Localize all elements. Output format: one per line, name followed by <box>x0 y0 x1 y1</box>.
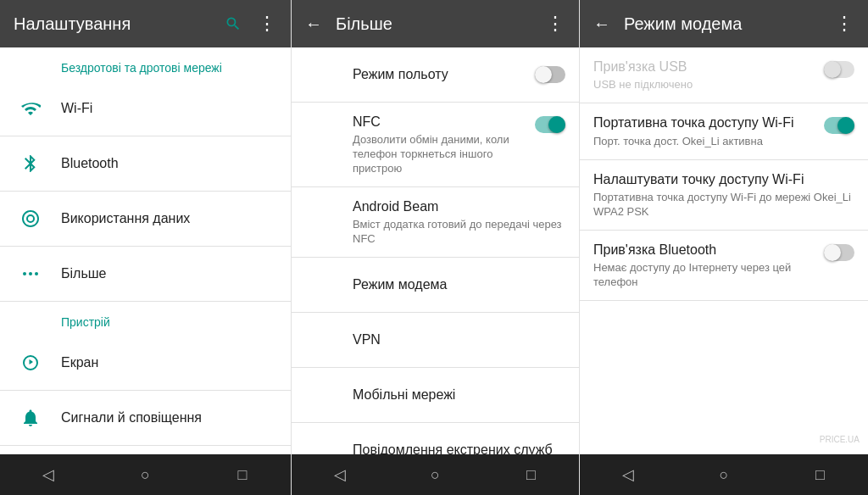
wireless-section-header: Бездротові та дротові мережі <box>0 47 291 81</box>
bluetooth-label: Bluetooth <box>61 154 277 173</box>
sidebar-item-bluetooth[interactable]: Bluetooth <box>0 136 291 191</box>
mobile-networks-text: Мобільні мережі <box>353 386 565 404</box>
airplane-toggle-knob <box>535 66 552 83</box>
wifi-hotspot-config-label: Налаштувати точку доступу Wi-Fi <box>593 170 854 189</box>
tethering-text: Режим модема <box>353 275 565 294</box>
more-icon <box>14 257 47 291</box>
left-toolbar: Налаштування ⋮ <box>0 0 291 47</box>
right-panel: ← Режим модема ⋮ Прив'язка USB USB не пі… <box>580 0 868 495</box>
airplane-label: Режим польоту <box>353 65 535 84</box>
wifi-hotspot-config-text: Налаштувати точку доступу Wi-Fi Портатив… <box>593 170 854 220</box>
wifi-label: Wi-Fi <box>61 99 277 118</box>
nfc-subtitle: Дозволити обмін даними, коли телефон тор… <box>353 133 528 176</box>
vpn-label: VPN <box>353 331 565 349</box>
wifi-hotspot-toggle-knob <box>837 117 854 134</box>
middle-panel: ← Більше ⋮ Режим польоту NFC Дозволити о… <box>292 0 580 495</box>
search-icon[interactable] <box>223 14 243 34</box>
bluetooth-tethering-text: Прив'язка Bluetooth Немає доступу до Інт… <box>593 241 817 290</box>
android-beam-text: Android Beam Вміст додатка готовий до пе… <box>353 197 565 247</box>
right-bottom-nav: ◁ ○ □ <box>580 454 868 495</box>
usb-tethering-label: Прив'язка USB <box>593 58 817 76</box>
wifi-hotspot-config-subtitle: Портативна точка доступу Wi-Fi до мережі… <box>593 191 854 220</box>
back-button[interactable]: ◁ <box>28 454 69 495</box>
data-usage-icon <box>14 202 47 236</box>
list-item-tethering[interactable]: Режим модема <box>292 258 579 312</box>
list-item-emergency[interactable]: Повідомлення екстрених служб <box>292 423 579 454</box>
bluetooth-tethering-toggle-knob <box>824 244 841 261</box>
right-toolbar-title: Режим модема <box>624 14 821 34</box>
middle-toolbar: ← Більше ⋮ <box>292 0 579 47</box>
nfc-toggle-knob <box>548 116 565 133</box>
right-content: Прив'язка USB USB не підключено Портатив… <box>580 47 868 454</box>
wifi-hotspot-subtitle: Порт. точка дост. Okei_Li активна <box>593 135 817 149</box>
list-item-wifi-hotspot-config[interactable]: Налаштувати точку доступу Wi-Fi Портатив… <box>580 160 868 230</box>
home-button-mid[interactable]: ○ <box>415 454 456 495</box>
svg-point-2 <box>29 272 32 275</box>
list-item-airplane[interactable]: Режим польоту <box>292 47 579 102</box>
right-more-icon[interactable]: ⋮ <box>834 14 854 34</box>
emergency-text: Повідомлення екстрених служб <box>353 441 565 454</box>
svg-point-3 <box>35 272 38 275</box>
sidebar-item-data-usage[interactable]: Використання даних <box>0 192 291 246</box>
airplane-toggle[interactable] <box>535 66 565 83</box>
recent-button-mid[interactable]: □ <box>511 454 552 495</box>
sidebar-item-display[interactable]: Екран <box>0 336 291 390</box>
display-text: Екран <box>61 353 277 372</box>
usb-tethering-text: Прив'язка USB USB не підключено <box>593 58 817 92</box>
bluetooth-text: Bluetooth <box>61 154 277 173</box>
bluetooth-tethering-label: Прив'язка Bluetooth <box>593 241 817 259</box>
bluetooth-tethering-subtitle: Немає доступу до Інтернету через цей тел… <box>593 261 817 290</box>
list-item-android-beam[interactable]: Android Beam Вміст додатка готовий до пе… <box>292 187 579 257</box>
svg-point-0 <box>27 215 34 222</box>
middle-back-button[interactable]: ← <box>305 14 322 34</box>
left-panel: Налаштування ⋮ Бездротові та дротові мер… <box>0 0 292 495</box>
back-button-mid[interactable]: ◁ <box>320 454 360 495</box>
more-label: Більше <box>61 264 277 283</box>
sidebar-item-wifi[interactable]: Wi-Fi <box>0 81 291 136</box>
divider <box>580 300 868 301</box>
svg-point-1 <box>23 272 26 275</box>
wifi-icon <box>14 92 47 125</box>
home-button[interactable]: ○ <box>125 454 165 495</box>
right-toolbar: ← Режим модема ⋮ <box>580 0 868 47</box>
sidebar-item-more[interactable]: Більше <box>0 247 291 301</box>
left-content: Бездротові та дротові мережі Wi-Fi Bluet… <box>0 47 291 454</box>
recent-button[interactable]: □ <box>222 454 263 495</box>
list-item-bluetooth-tethering[interactable]: Прив'язка Bluetooth Немає доступу до Інт… <box>580 231 868 300</box>
more-text: Більше <box>61 264 277 283</box>
recent-button-right[interactable]: □ <box>799 454 840 495</box>
middle-bottom-nav: ◁ ○ □ <box>292 454 579 495</box>
list-item-nfc[interactable]: NFC Дозволити обмін даними, коли телефон… <box>292 103 579 186</box>
right-back-button[interactable]: ← <box>593 14 610 34</box>
display-label: Екран <box>61 353 277 372</box>
middle-content: Режим польоту NFC Дозволити обмін даними… <box>292 47 579 454</box>
device-section-header: Пристрій <box>0 302 291 336</box>
list-item-wifi-hotspot[interactable]: Портативна точка доступу Wi-Fi Порт. точ… <box>580 103 868 159</box>
bluetooth-tethering-toggle[interactable] <box>824 244 854 261</box>
data-usage-label: Використання даних <box>61 209 277 228</box>
middle-more-icon[interactable]: ⋮ <box>545 14 565 34</box>
usb-tethering-toggle <box>824 61 854 78</box>
list-item-mobile-networks[interactable]: Мобільні мережі <box>292 368 579 422</box>
wifi-hotspot-text: Портативна точка доступу Wi-Fi Порт. точ… <box>593 114 817 148</box>
airplane-text: Режим польоту <box>353 65 535 84</box>
divider <box>0 445 291 446</box>
list-item-vpn[interactable]: VPN <box>292 313 579 367</box>
wifi-hotspot-toggle[interactable] <box>824 117 854 134</box>
back-button-right[interactable]: ◁ <box>608 454 648 495</box>
wifi-text: Wi-Fi <box>61 99 277 118</box>
sound-icon <box>14 401 47 435</box>
left-more-icon[interactable]: ⋮ <box>257 14 277 34</box>
list-item-usb-tethering[interactable]: Прив'язка USB USB не підключено <box>580 47 868 103</box>
data-usage-text: Використання даних <box>61 209 277 228</box>
display-icon <box>14 346 47 380</box>
emergency-label: Повідомлення екстрених служб <box>353 441 565 454</box>
middle-toolbar-title: Більше <box>336 14 531 34</box>
sidebar-item-sound[interactable]: Сигнали й сповіщення <box>0 391 291 445</box>
nfc-text: NFC Дозволити обмін даними, коли телефон… <box>353 113 528 176</box>
home-button-right[interactable]: ○ <box>704 454 744 495</box>
tethering-label: Режим модема <box>353 275 565 294</box>
usb-tethering-subtitle: USB не підключено <box>593 78 817 92</box>
wifi-hotspot-label: Портативна точка доступу Wi-Fi <box>593 114 817 132</box>
nfc-toggle[interactable] <box>535 116 565 133</box>
